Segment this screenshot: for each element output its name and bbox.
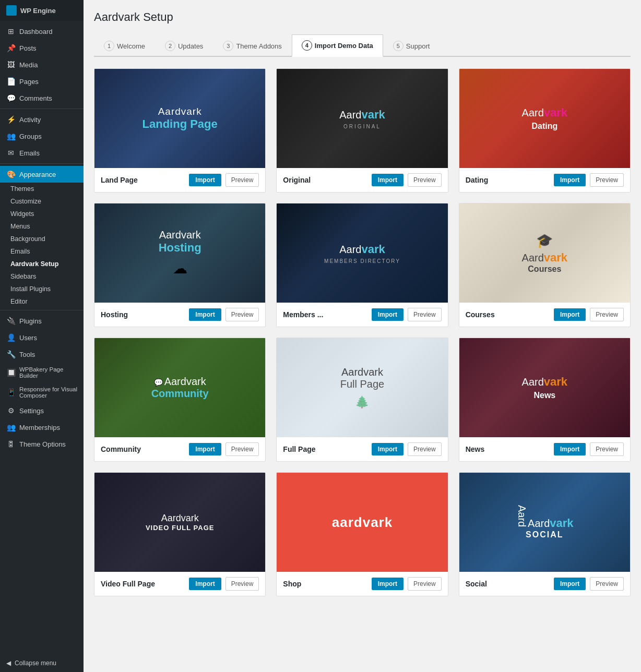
sidebar-main-nav: ⊞ Dashboard 📌 Posts 🖼 Media 📄 Pages 💬 Co… — [0, 21, 84, 454]
sidebar-item-theme-options[interactable]: 🎛 Theme Options — [0, 436, 84, 452]
tab-num-theme-addons: 3 — [223, 41, 233, 51]
collapse-icon: ◀ — [6, 659, 11, 667]
demo-thumb-community: 💬 Aardvark Community — [94, 338, 265, 437]
emails-icon: ✉ — [6, 148, 16, 158]
import-button-land-page[interactable]: Import — [189, 174, 221, 186]
posts-icon: 📌 — [6, 43, 16, 53]
theme-options-icon: 🎛 — [6, 439, 16, 449]
preview-button-land-page[interactable]: Preview — [225, 173, 259, 187]
sidebar-item-label: Tools — [19, 351, 35, 358]
demo-grid: Aardvark Landing Page Land Page Import P… — [94, 68, 631, 596]
tools-icon: 🔧 — [6, 350, 16, 359]
import-button-courses[interactable]: Import — [554, 308, 586, 321]
sidebar-item-settings[interactable]: ⚙ Settings — [0, 402, 84, 419]
import-button-members[interactable]: Import — [372, 308, 403, 321]
sidebar-item-users[interactable]: 👤 Users — [0, 329, 84, 346]
plugins-icon: 🔌 — [6, 316, 16, 326]
sidebar-item-plugins[interactable]: 🔌 Plugins — [0, 313, 84, 329]
demo-card-news: Aardvark News News Import Preview — [459, 338, 631, 462]
import-button-video[interactable]: Import — [189, 578, 221, 590]
import-button-hosting[interactable]: Import — [189, 308, 221, 321]
sidebar-sub-sidebars[interactable]: Sidebars — [6, 270, 84, 283]
sidebar-sub-emails[interactable]: Emails — [6, 245, 84, 258]
sidebar-item-memberships[interactable]: 👥 Memberships — [0, 419, 84, 436]
groups-icon: 👥 — [6, 131, 16, 141]
sidebar-sub-widgets[interactable]: Widgets — [6, 208, 84, 220]
sidebar-item-pages[interactable]: 📄 Pages — [0, 73, 84, 90]
dashboard-icon: ⊞ — [6, 27, 16, 36]
demo-name-original: Original — [283, 176, 367, 184]
demo-thumb-shop: aardvark — [277, 473, 447, 572]
brand[interactable]: WP Engine — [0, 0, 84, 21]
tab-label-import-demo: Import Demo Data — [315, 42, 373, 50]
sidebar-item-label: Appearance — [19, 171, 56, 178]
sidebar-sub-themes[interactable]: Themes — [6, 183, 84, 195]
import-button-original[interactable]: Import — [372, 174, 403, 186]
sidebar-sub-aardvark-setup[interactable]: Aardvark Setup — [6, 258, 84, 270]
tab-import-demo[interactable]: 4 Import Demo Data — [292, 34, 383, 57]
import-button-shop[interactable]: Import — [372, 578, 403, 590]
preview-button-video[interactable]: Preview — [225, 577, 259, 591]
appearance-icon: 🎨 — [6, 170, 16, 179]
sidebar-sub-install-plugins[interactable]: Install Plugins — [6, 283, 84, 295]
preview-button-original[interactable]: Preview — [408, 173, 442, 187]
tab-num-support: 5 — [393, 41, 403, 51]
sidebar-item-label: Dashboard — [19, 28, 53, 35]
tab-updates[interactable]: 2 Updates — [155, 34, 213, 57]
sidebar-item-comments[interactable]: 💬 Comments — [0, 90, 84, 106]
sidebar-sub-editor[interactable]: Editor — [6, 295, 84, 308]
import-button-social[interactable]: Import — [554, 578, 586, 590]
tab-label-welcome: Welcome — [117, 42, 145, 50]
sidebar-item-tools[interactable]: 🔧 Tools — [0, 346, 84, 363]
sidebar-item-appearance[interactable]: 🎨 Appearance — [0, 166, 84, 183]
sidebar-item-label: Pages — [19, 78, 39, 86]
sidebar-item-label: Groups — [19, 133, 42, 140]
sidebar-item-media[interactable]: 🖼 Media — [0, 56, 84, 73]
demo-name-courses: Courses — [466, 310, 550, 319]
memberships-icon: 👥 — [6, 423, 16, 432]
tab-num-updates: 2 — [165, 41, 175, 51]
collapse-menu-button[interactable]: ◀ Collapse menu — [0, 654, 84, 672]
demo-thumb-members: Aardvark MEMBERS DIRECTORY — [277, 203, 447, 303]
sidebar-item-label: Plugins — [19, 317, 42, 325]
sidebar-item-groups[interactable]: 👥 Groups — [0, 128, 84, 145]
import-button-community[interactable]: Import — [189, 443, 221, 455]
preview-button-courses[interactable]: Preview — [590, 308, 624, 321]
preview-button-news[interactable]: Preview — [590, 442, 624, 456]
demo-name-video: Video Full Page — [101, 580, 185, 588]
sidebar-item-responsive-vc[interactable]: 📱 Responsive for Visual Composer — [0, 382, 84, 402]
import-button-full-page[interactable]: Import — [372, 443, 403, 455]
demo-card-courses: 🎓 Aardvark Courses Courses Import Previe… — [459, 203, 631, 327]
users-icon: 👤 — [6, 333, 16, 342]
demo-name-hosting: Hosting — [101, 310, 185, 319]
tab-label-support: Support — [406, 42, 430, 50]
preview-button-shop[interactable]: Preview — [408, 577, 442, 591]
demo-name-shop: Shop — [283, 580, 367, 588]
sidebar-sub-background[interactable]: Background — [6, 233, 84, 245]
import-button-news[interactable]: Import — [554, 443, 586, 455]
demo-thumb-dating: Aardvark Dating — [459, 69, 630, 168]
sidebar-item-posts[interactable]: 📌 Posts — [0, 40, 84, 56]
demo-name-dating: Dating — [466, 176, 550, 184]
preview-button-social[interactable]: Preview — [590, 577, 624, 591]
tab-welcome[interactable]: 1 Welcome — [94, 34, 155, 57]
demo-thumb-news: Aardvark News — [459, 338, 630, 437]
sidebar-item-emails[interactable]: ✉ Emails — [0, 145, 84, 161]
sidebar-item-wpbakery[interactable]: 🔲 WPBakery Page Builder — [0, 363, 84, 382]
tab-support[interactable]: 5 Support — [383, 34, 440, 57]
preview-button-members[interactable]: Preview — [408, 308, 442, 321]
preview-button-full-page[interactable]: Preview — [408, 442, 442, 456]
sidebar-item-dashboard[interactable]: ⊞ Dashboard — [0, 23, 84, 40]
tab-label-theme-addons: Theme Addons — [236, 42, 281, 50]
divider — [0, 109, 84, 109]
preview-button-hosting[interactable]: Preview — [225, 308, 259, 321]
preview-button-dating[interactable]: Preview — [590, 173, 624, 187]
sidebar-sub-customize[interactable]: Customize — [6, 195, 84, 208]
sidebar-item-activity[interactable]: ⚡ Activity — [0, 111, 84, 128]
sidebar-sub-menus[interactable]: Menus — [6, 220, 84, 233]
demo-thumb-land-page: Aardvark Landing Page — [94, 69, 265, 168]
preview-button-community[interactable]: Preview — [225, 442, 259, 456]
import-button-dating[interactable]: Import — [554, 174, 586, 186]
tab-theme-addons[interactable]: 3 Theme Addons — [213, 34, 291, 57]
divider — [0, 163, 84, 164]
